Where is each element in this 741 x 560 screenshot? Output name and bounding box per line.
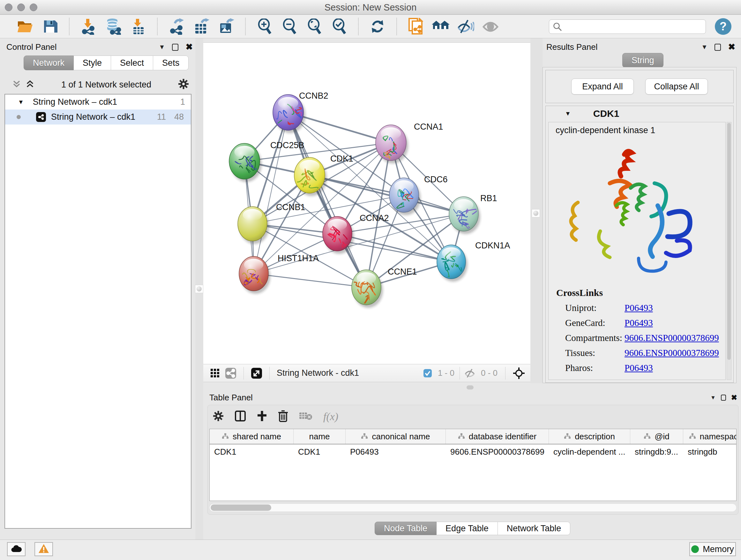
column-header-shared-name[interactable]: shared name: [210, 429, 293, 444]
protein-expanded-icon[interactable]: ▼: [565, 110, 571, 117]
network-node-CCNB1[interactable]: [238, 206, 269, 244]
network-edge-HIST1H1A-CCNE1[interactable]: [254, 273, 366, 287]
table-cell[interactable]: CDK1: [210, 444, 293, 459]
panel-float-icon[interactable]: [721, 395, 726, 401]
save-session-button[interactable]: [41, 17, 59, 36]
refresh-button[interactable]: [368, 17, 387, 36]
crosslink-link[interactable]: P06493: [624, 363, 653, 373]
window-close-button[interactable]: [5, 3, 12, 11]
table-cell[interactable]: 9606.ENSP00000378699: [446, 444, 549, 459]
hidden-eye-icon[interactable]: [464, 369, 475, 378]
panel-collapse-icon[interactable]: ▼: [701, 44, 708, 51]
show-columns-icon[interactable]: [234, 410, 246, 423]
export-image-button[interactable]: [217, 17, 235, 36]
crosshair-icon[interactable]: [513, 367, 525, 380]
zoom-fit-button[interactable]: [306, 17, 323, 36]
column-header-database-identifier[interactable]: database identifier: [446, 429, 549, 444]
column-header-description[interactable]: description: [549, 429, 630, 444]
results-scrollbar[interactable]: [727, 122, 731, 380]
function-builder-icon[interactable]: f(x): [323, 411, 338, 423]
warning-status-button[interactable]: [35, 542, 53, 556]
help-button[interactable]: ?: [715, 18, 731, 35]
zoom-in-button[interactable]: [256, 17, 273, 36]
hide-selected-button[interactable]: [457, 17, 475, 36]
first-neighbors-button[interactable]: [432, 17, 450, 36]
table-settings-gear-icon[interactable]: [213, 411, 224, 423]
crosslink-link[interactable]: 9606.ENSP00000378699: [624, 348, 719, 358]
network-options-gear-icon[interactable]: [178, 78, 189, 91]
network-node-CDKN1A[interactable]: [437, 245, 468, 282]
panel-close-icon[interactable]: ✖: [185, 43, 193, 51]
tab-network-table[interactable]: Network Table: [498, 522, 570, 535]
bottom-splitter-handle[interactable]: [467, 385, 474, 389]
network-node-CCNA1[interactable]: [376, 125, 408, 164]
expand-all-networks-icon[interactable]: [25, 79, 35, 90]
tab-network[interactable]: Network: [23, 56, 74, 70]
results-scrollbar-thumb[interactable]: [727, 123, 731, 360]
column-header-canonical-name[interactable]: canonical name: [346, 429, 446, 444]
string-enrichment-button[interactable]: [407, 17, 425, 36]
crosslink-link[interactable]: P06493: [624, 303, 653, 313]
collapse-all-button[interactable]: Collapse All: [645, 78, 708, 95]
crosslink-link[interactable]: 9606.ENSP00000378699: [624, 333, 719, 343]
birds-eye-view-icon[interactable]: [251, 368, 262, 379]
column-header--id[interactable]: @id: [630, 429, 683, 444]
selected-checkbox-icon[interactable]: [423, 369, 432, 378]
table-cell[interactable]: P06493: [346, 444, 446, 459]
column-header-name[interactable]: name: [293, 429, 346, 444]
add-column-icon[interactable]: [257, 410, 267, 423]
network-view-icon[interactable]: [225, 368, 237, 379]
zoom-out-button[interactable]: [280, 17, 298, 36]
network-row[interactable]: String Network – cdk1 11 48: [5, 110, 191, 125]
tab-style[interactable]: Style: [74, 56, 111, 70]
memory-button[interactable]: Memory: [689, 542, 736, 556]
export-table-button[interactable]: [192, 17, 210, 36]
panel-collapse-icon[interactable]: ▼: [711, 395, 716, 401]
show-all-button[interactable]: [482, 17, 499, 36]
tab-sets[interactable]: Sets: [153, 56, 189, 70]
tree-expanded-icon[interactable]: ▼: [18, 99, 24, 106]
tab-select[interactable]: Select: [111, 56, 153, 70]
panel-close-icon[interactable]: ✖: [728, 43, 735, 51]
table-cell[interactable]: cyclin-dependent ...: [549, 444, 630, 459]
grid-view-icon[interactable]: [210, 368, 220, 378]
table-row[interactable]: CDK1CDK1P064939606.ENSP00000378699cyclin…: [210, 444, 736, 459]
collapse-all-networks-icon[interactable]: [12, 79, 21, 90]
import-database-button[interactable]: [105, 17, 122, 36]
table-hscrollbar-thumb[interactable]: [211, 504, 271, 511]
table-cell[interactable]: CDK1: [293, 444, 346, 459]
column-header-namespac[interactable]: namespac: [683, 429, 737, 444]
right-splitter-handle[interactable]: [532, 209, 540, 217]
network-node-CCNA2[interactable]: [323, 216, 354, 254]
import-table-button[interactable]: [129, 17, 147, 36]
zoom-selected-button[interactable]: [330, 17, 348, 36]
tab-string[interactable]: String: [622, 53, 664, 68]
panel-close-icon[interactable]: ✖: [731, 394, 737, 401]
network-node-CDC25B[interactable]: [229, 143, 262, 182]
panel-float-icon[interactable]: [715, 44, 721, 51]
panel-float-icon[interactable]: [172, 44, 179, 51]
window-minimize-button[interactable]: [17, 3, 25, 11]
protein-card-header[interactable]: ▼ CDK1: [546, 106, 733, 121]
expand-all-button[interactable]: Expand All: [571, 78, 634, 95]
tab-edge-table[interactable]: Edge Table: [436, 522, 498, 535]
search-input[interactable]: [549, 19, 706, 34]
table-cell[interactable]: stringdb: [683, 444, 737, 459]
network-node-CDK1[interactable]: [294, 158, 327, 196]
panel-collapse-icon[interactable]: ▼: [159, 44, 165, 51]
window-zoom-button[interactable]: [30, 3, 37, 11]
network-node-CCNE1[interactable]: [352, 270, 383, 308]
left-splitter-handle[interactable]: [195, 285, 203, 293]
network-edge-CCNB2-HIST1H1A[interactable]: [254, 112, 288, 273]
network-collection-row[interactable]: ▼ String Network – cdk1 1: [5, 95, 191, 110]
delete-table-icon[interactable]: [299, 411, 313, 422]
network-graph[interactable]: CCNB2CCNA1CDC25BCDK1CDC6RB1CCNB1CCNA2CDK…: [203, 43, 530, 364]
network-node-RB1[interactable]: [449, 197, 480, 234]
table-cell[interactable]: stringdb:9...: [630, 444, 683, 459]
cloud-status-button[interactable]: [7, 542, 25, 556]
network-canvas[interactable]: CCNB2CCNA1CDC25BCDK1CDC6RB1CCNB1CCNA2CDK…: [203, 43, 530, 364]
import-network-button[interactable]: [79, 17, 97, 36]
delete-column-icon[interactable]: [278, 410, 288, 423]
tab-node-table[interactable]: Node Table: [375, 522, 436, 535]
open-session-button[interactable]: [16, 17, 34, 36]
